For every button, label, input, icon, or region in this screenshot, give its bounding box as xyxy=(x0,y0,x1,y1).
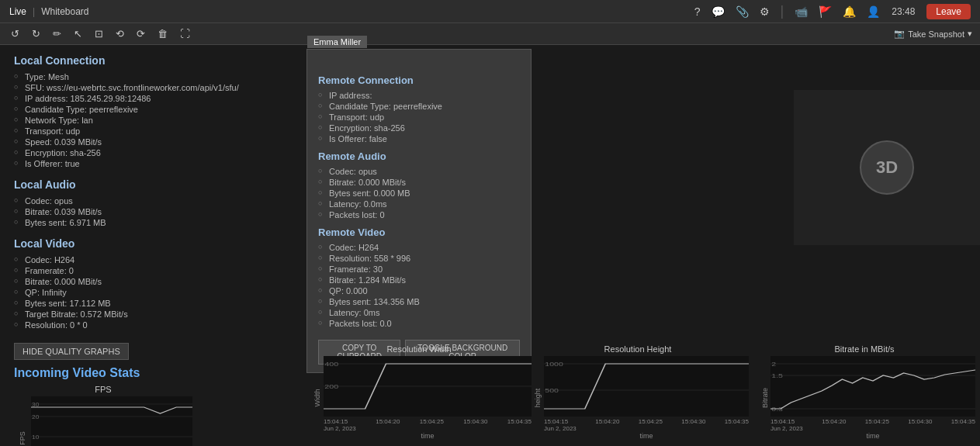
chat-icon[interactable]: 💬 xyxy=(712,5,725,18)
gear-icon[interactable]: ⚙ xyxy=(760,5,770,18)
list-item: Latency: 0.0ms xyxy=(318,199,442,209)
bitrate-wrapper: Bitrate 2 1.5 0.3 xyxy=(753,356,975,440)
fps-y-label: FPS xyxy=(19,431,26,445)
list-item: Is Offerer: true xyxy=(14,158,261,169)
resolution-width-graph: 400 200 xyxy=(324,356,532,417)
bitrate-x-title: time xyxy=(770,432,975,440)
svg-text:200: 200 xyxy=(324,382,338,389)
local-connection-list: Type: Mesh SFU: wss://eu-webrtc.svc.fron… xyxy=(14,71,261,169)
top-bar-icons: ? 💬 📎 ⚙ | 📹 🚩 🔔 👤 xyxy=(694,3,880,19)
camera-icon: 📷 xyxy=(894,29,905,39)
video-icon[interactable]: 📹 xyxy=(795,5,808,18)
list-item: Resolution: 558 * 996 xyxy=(318,253,442,264)
bitrate-card: Bitrate in MBit/s Bitrate 2 1.5 0.3 xyxy=(753,344,975,440)
remote-audio-list: Codec: opus Bitrate: 0.000 MBit/s Bytes … xyxy=(318,166,442,220)
resolution-height-chart: 1000 500 xyxy=(544,356,749,417)
attachment-icon[interactable]: 📎 xyxy=(736,5,749,18)
bitrate-x-labels: 15:04:15Jun 2, 2023 15:04:20 15:04:25 15… xyxy=(770,418,975,432)
whiteboard-label: Whiteboard xyxy=(41,6,88,17)
top-bar-right: ? 💬 📎 ⚙ | 📹 🚩 🔔 👤 23:48 Leave xyxy=(694,3,971,19)
resolution-width-wrapper: Width 400 200 xyxy=(306,356,532,440)
resolution-width-x-labels: 15:04:15Jun 2, 2023 15:04:20 15:04:25 15… xyxy=(324,418,532,432)
resolution-height-title: Resolution Height xyxy=(527,344,749,354)
incoming-video-stats-title: Incoming Video Stats xyxy=(14,366,261,380)
pointer-button[interactable]: ↖ xyxy=(71,26,85,41)
bottom-graphs-row: Resolution Width Width 400 200 xyxy=(306,344,532,440)
resolution-height-x-title: time xyxy=(544,432,749,440)
svg-text:500: 500 xyxy=(545,387,559,394)
svg-text:20: 20 xyxy=(32,413,40,420)
height-y-label: height xyxy=(534,389,542,408)
svg-text:2: 2 xyxy=(771,361,776,368)
right-graphs-row: Resolution Height height 1000 500 xyxy=(522,344,980,446)
resolution-height-graph: 1000 500 xyxy=(544,356,749,417)
list-item: Framerate: 30 xyxy=(318,264,442,275)
list-item: QP: Infinity xyxy=(14,287,261,298)
list-item: Speed: 0.039 MBit/s xyxy=(14,137,261,147)
trash-button[interactable]: 🗑 xyxy=(154,26,171,41)
list-item: Candidate Type: peerreflexive xyxy=(14,104,261,115)
middle-area: Emma Miller Remote Connection IP address… xyxy=(275,45,532,446)
remote-video-list: Codec: H264 Resolution: 558 * 996 Framer… xyxy=(318,242,442,329)
list-item: Transport: udp xyxy=(14,126,261,137)
graphs-container: FPS FPS 30 20 10 xyxy=(14,385,261,446)
list-item: Bitrate: 1.284 MBit/s xyxy=(318,275,442,285)
list-item: Type: Mesh xyxy=(14,71,261,82)
leave-button[interactable]: Leave xyxy=(926,4,971,19)
question-icon[interactable]: ? xyxy=(694,5,701,18)
svg-text:10: 10 xyxy=(32,434,40,441)
crop-button[interactable]: ⊡ xyxy=(92,26,106,41)
bitrate-graph: 2 1.5 0.3 xyxy=(770,356,975,417)
time-display: 23:48 xyxy=(889,6,917,17)
page-wrapper: Live | Whiteboard ? 💬 📎 ⚙ | 📹 🚩 🔔 👤 23:4… xyxy=(0,0,980,446)
hide-quality-graphs-button[interactable]: HIDE QUALITY GRAPHS xyxy=(14,343,129,360)
bitrate-y-label: Bitrate xyxy=(761,388,769,408)
resolution-height-wrapper: height 1000 500 15:04:15Jun 2, 202 xyxy=(527,356,749,440)
fps-graph-card: FPS FPS 30 20 10 xyxy=(14,385,192,446)
svg-text:1000: 1000 xyxy=(545,361,563,368)
list-item: Bytes sent: 0.000 MB xyxy=(318,188,442,199)
resolution-width-title: Resolution Width xyxy=(306,344,532,354)
svg-text:1.5: 1.5 xyxy=(771,372,783,379)
toolbar: ↺ ↻ ✏ ↖ ⊡ ⟲ ⟳ 🗑 ⛶ 📷 Take Snapshot ▾ xyxy=(0,23,980,45)
remote-audio-title: Remote Audio xyxy=(318,150,442,162)
resolution-height-card: Resolution Height height 1000 500 xyxy=(527,344,749,440)
local-video-title: Local Video xyxy=(14,237,261,250)
list-item: Bitrate: 0.000 MBit/s xyxy=(14,276,261,287)
emma-label: Emma Miller xyxy=(307,36,367,48)
svg-text:400: 400 xyxy=(324,360,338,367)
snapshot-button[interactable]: 📷 Take Snapshot ▾ xyxy=(894,29,972,39)
resolution-width-x-title: time xyxy=(324,432,532,440)
fps-graph-wrapper: FPS 30 20 10 xyxy=(14,396,192,446)
pencil-button[interactable]: ✏ xyxy=(50,26,64,41)
bitrate-chart: 2 1.5 0.3 xyxy=(770,356,975,417)
resolution-width-card: Resolution Width Width 400 200 xyxy=(306,344,532,440)
list-item: Resolution: 0 * 0 xyxy=(14,320,261,330)
fps-chart: 30 20 10 xyxy=(31,396,192,446)
video-avatar: 3D xyxy=(860,140,914,195)
bell-icon[interactable]: 🔔 xyxy=(843,5,856,18)
flag-icon[interactable]: 🚩 xyxy=(819,5,832,18)
stats-popup: Emma Miller Remote Connection IP address… xyxy=(306,49,532,373)
rotate-left-button[interactable]: ↺ xyxy=(8,26,23,41)
list-item: Bytes sent: 134.356 MB xyxy=(318,296,442,307)
resolution-height-x-labels: 15:04:15Jun 2, 2023 15:04:20 15:04:25 15… xyxy=(544,418,749,432)
divider-icon: | xyxy=(781,3,784,19)
snapshot-label: Take Snapshot xyxy=(908,29,964,39)
list-item: Bitrate: 0.000 MBit/s xyxy=(318,177,442,188)
remote-video-title: Remote Video xyxy=(318,226,442,238)
top-bar-left: Live | Whiteboard xyxy=(9,6,89,17)
local-connection-title: Local Connection xyxy=(14,54,261,67)
list-item: Encryption: sha-256 xyxy=(14,147,261,158)
redo-button[interactable]: ⟳ xyxy=(133,26,148,41)
local-connection-section: Local Connection Type: Mesh SFU: wss://e… xyxy=(14,54,261,169)
undo-button[interactable]: ⟲ xyxy=(113,26,127,41)
list-item: Packets lost: 0.0 xyxy=(318,318,442,329)
list-item: Bitrate: 0.039 MBit/s xyxy=(14,206,261,217)
list-item: Codec: opus xyxy=(318,166,442,177)
left-panel: Local Connection Type: Mesh SFU: wss://e… xyxy=(0,45,275,446)
expand-button[interactable]: ⛶ xyxy=(177,26,193,41)
user-icon[interactable]: 👤 xyxy=(867,5,880,18)
rotate-right-button[interactable]: ↻ xyxy=(29,26,43,41)
right-area: 3D Resolution Height height 1000 xyxy=(532,45,980,446)
